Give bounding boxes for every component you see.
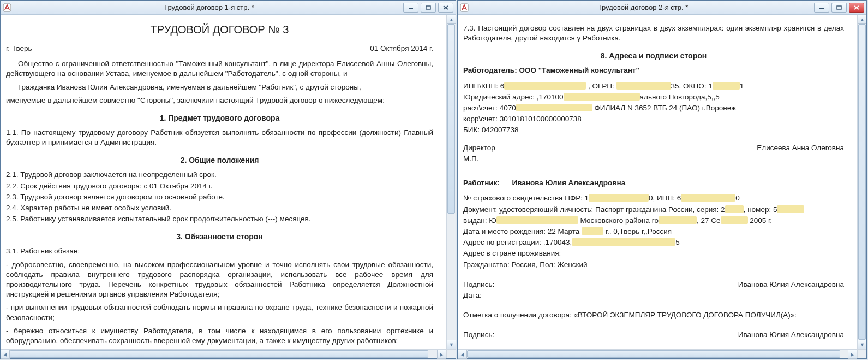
clause-7-3: 7.3. Настоящий договор составлен на двух… xyxy=(463,23,844,43)
passport-line: Документ, удостоверяющий личность: Паспо… xyxy=(463,205,844,215)
redacted-mask xyxy=(616,82,671,90)
live-address: Адрес в стране проживания: xyxy=(463,249,844,258)
scroll-up-arrow-icon[interactable]: ▲ xyxy=(858,15,866,24)
h-scroll-thumb[interactable] xyxy=(467,350,840,358)
h-scroll-thumb[interactable] xyxy=(10,350,428,358)
director-label: Директор xyxy=(463,143,495,153)
section-2-head: 2. Общие положения xyxy=(6,155,433,166)
regaddr-tail: 5 xyxy=(675,238,680,246)
corr-account: корр\счет: 30101810100000000738 xyxy=(463,114,844,124)
text-fragment: 0 xyxy=(735,194,740,202)
vertical-scrollbar[interactable]: ▲ ▼ xyxy=(857,15,866,349)
titlebar-page2[interactable]: Трудовой договор 2-я стр. * xyxy=(458,1,866,15)
scroll-thumb[interactable] xyxy=(447,24,455,214)
maximize-button[interactable] xyxy=(421,3,436,13)
close-button[interactable] xyxy=(438,3,453,13)
signature-name: Иванова Юлия Александровна xyxy=(738,280,844,290)
titlebar-page1[interactable]: Трудовой договор 1-я стр. * xyxy=(1,1,456,15)
worker-header: Работник: Иванова Юлия Александровна xyxy=(463,178,844,188)
document-page1: ТРУДОВОЙ ДОГОВОР № 3 г. Тверь 01 Октября… xyxy=(1,15,446,349)
regaddr-label: Адрес по регистрации: ,170043, xyxy=(463,238,572,246)
window-page1: Трудовой договор 1-я стр. * ТРУДОВОЙ ДОГ… xyxy=(0,0,456,359)
scroll-track[interactable] xyxy=(858,24,866,340)
signature-label: Подпись: xyxy=(463,280,494,290)
scroll-track[interactable] xyxy=(447,24,456,340)
h-scroll-track[interactable] xyxy=(467,350,848,358)
redacted-mask xyxy=(589,194,649,202)
employer-account-line: расч\счет: 4070 ФИЛИАЛ N 3652 ВТБ 24 (ПА… xyxy=(463,103,844,113)
section-8-head: 8. Адреса и подписи сторон xyxy=(463,51,844,61)
window-title: Трудовой договор 1-я стр. * xyxy=(15,3,403,11)
horizontal-scrollbar[interactable]: ◀ ▶ xyxy=(1,349,446,358)
horizontal-scrollbar[interactable]: ◀ ▶ xyxy=(458,349,857,358)
employer-header: Работодатель: ООО "Таможенный консультан… xyxy=(463,66,844,75)
passport-label: Документ, удостоверяющий личность: Паспо… xyxy=(463,205,725,214)
clause-3-bullet1: - добросовестно, своевременно, на высоко… xyxy=(6,260,433,300)
redacted-mask xyxy=(564,93,640,101)
scroll-left-arrow-icon[interactable]: ◀ xyxy=(1,350,10,359)
redacted-mask xyxy=(582,227,603,235)
director-name: Елисеева Анна Олеговна xyxy=(757,143,844,153)
doc-title: ТРУДОВОЙ ДОГОВОР № 3 xyxy=(6,22,433,37)
scroll-down-arrow-icon[interactable]: ▼ xyxy=(858,340,866,349)
worker-name: Иванова Юлия Александровна xyxy=(512,179,625,187)
scroll-right-arrow-icon[interactable]: ▶ xyxy=(848,350,857,359)
app-icon xyxy=(460,3,469,12)
text-fragment: 1 xyxy=(740,82,744,90)
scroll-right-arrow-icon[interactable]: ▶ xyxy=(437,350,446,359)
window-page2: Трудовой договор 2-я стр. * 7.3. Настоящ… xyxy=(457,0,867,359)
scroll-up-arrow-icon[interactable]: ▲ xyxy=(447,15,456,24)
okpo-fragment: 35, ОКПО: 1 xyxy=(671,82,713,90)
svg-rect-2 xyxy=(426,6,430,9)
address-tail: ального Новгорода,5,,5 xyxy=(640,93,720,101)
issued-date-frag: , 27 Се xyxy=(697,216,721,225)
document-page2: 7.3. Настоящий договор составлен на двух… xyxy=(458,15,857,349)
address-label: Юридический адрес: ,170100 xyxy=(463,93,564,101)
clause-3-bullet3: - бережно относиться к имуществу Работод… xyxy=(6,326,433,346)
date-label: Дата: xyxy=(463,291,844,300)
window-title: Трудовой договор 2-я стр. * xyxy=(472,3,814,11)
redacted-mask xyxy=(681,194,735,202)
h-scroll-track[interactable] xyxy=(10,350,437,358)
account-label: расч\счет: 4070 xyxy=(463,104,516,112)
redacted-mask xyxy=(721,216,748,224)
receipt-note: Отметка о получении договора: «ВТОРОЙ ЭК… xyxy=(463,310,844,320)
minimize-button[interactable] xyxy=(814,3,829,13)
redacted-mask xyxy=(659,216,697,224)
citizenship: Гражданство: Россия, Пол: Женский xyxy=(463,260,844,270)
close-button[interactable] xyxy=(849,3,864,13)
clause-2-4: 2.4. Характер работы не имеет особых усл… xyxy=(6,203,433,213)
birth-tail: г., 0,Тверь г,,Россия xyxy=(603,227,672,235)
redacted-mask xyxy=(725,205,744,213)
account-tail: ФИЛИАЛ N 3652 ВТБ 24 (ПАО) г.Воронеж xyxy=(592,104,736,112)
issued-year: 2005 г. xyxy=(748,216,773,225)
resize-grip[interactable] xyxy=(857,349,866,358)
birth-label: Дата и место рождения: 22 Марта xyxy=(463,227,582,235)
scroll-left-arrow-icon[interactable]: ◀ xyxy=(458,350,467,359)
clause-2-3: 2.3. Трудовой договор является договором… xyxy=(6,192,433,202)
maximize-button[interactable] xyxy=(831,3,847,13)
issued-label: выдан: Ю xyxy=(463,216,496,225)
intro-para: Общество с ограниченной ответственностью… xyxy=(6,59,433,79)
redacted-mask xyxy=(777,205,804,213)
stamp-label: М.П. xyxy=(463,154,844,164)
clause-3-bullet2: - при выполнении трудовых обязанностей с… xyxy=(6,303,433,322)
pfr-label: № страхового свидетельства ПФР: 1 xyxy=(463,194,589,202)
resize-grip[interactable] xyxy=(446,349,456,358)
redacted-mask xyxy=(504,82,586,90)
ogrn-label: , ОГРН: xyxy=(588,82,616,90)
scroll-thumb[interactable] xyxy=(858,24,866,340)
clause-2-2: 2.2. Срок действия трудового договора: с… xyxy=(6,181,433,191)
intro-para3: именуемые в дальнейшем совместно "Сторон… xyxy=(6,96,433,105)
vertical-scrollbar[interactable]: ▲ ▼ xyxy=(446,15,456,349)
app-icon xyxy=(3,3,11,12)
minimize-button[interactable] xyxy=(403,3,418,13)
clause-1-1: 1.1. По настоящему трудовому договору Ра… xyxy=(6,128,433,147)
scroll-down-arrow-icon[interactable]: ▼ xyxy=(447,340,456,349)
clause-2-1: 2.1. Трудовой договор заключается на нео… xyxy=(6,170,433,180)
clause-3-1: 3.1. Работник обязан: xyxy=(6,246,433,256)
issued-line: выдан: Ю Московского района го, 27 Се 20… xyxy=(463,216,844,226)
intro-para2: Гражданка Иванова Юлия Александровна, им… xyxy=(6,82,433,92)
inn-fragment: 0, ИНН: 6 xyxy=(649,194,681,202)
bik: БИК: 042007738 xyxy=(463,125,844,135)
